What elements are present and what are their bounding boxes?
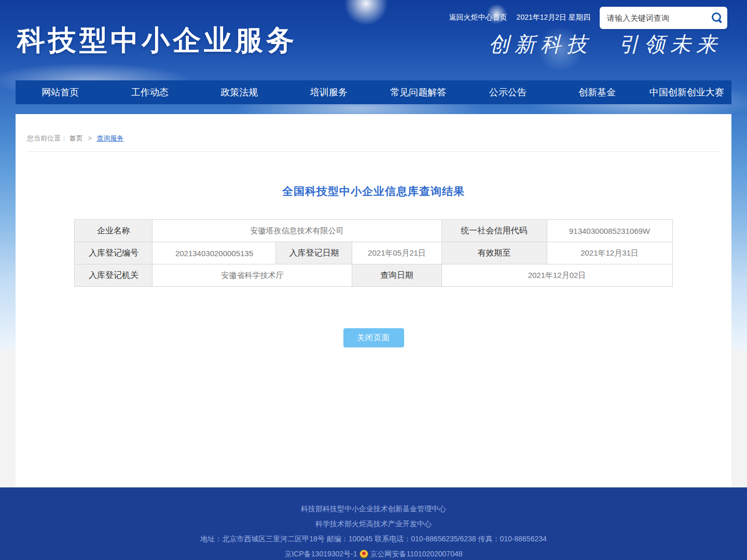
nav-item-home[interactable]: 网站首页: [16, 86, 105, 99]
table-row: 入库登记编号 202134030200005135 入库登记日期 2021年05…: [75, 242, 672, 264]
company-name-label: 企业名称: [75, 220, 153, 242]
breadcrumb-prefix: 您当前位置：: [27, 134, 67, 142]
main-navigation: 网站首页 工作动态 政策法规 培训服务 常见问题解答 公示公告 创新基金 中国创…: [16, 80, 731, 104]
content-card: 您当前位置： 首页 > 查询服务 全国科技型中小企业信息库查询结果 企业名称 安…: [16, 114, 731, 487]
registration-date-value: 2021年05月21日: [352, 242, 441, 264]
header-top-bar: 返回火炬中心首页 2021年12月2日 星期四: [449, 6, 727, 29]
icp-record-link[interactable]: 京ICP备13019302号-1: [284, 548, 357, 559]
table-row: 入库登记机关 安徽省科学技术厅 查询日期 2021年12月02日: [75, 264, 672, 287]
search-icon: [711, 12, 723, 23]
table-row: 企业名称 安徽塔孜信息技术有限公司 统一社会信用代码 9134030008523…: [75, 220, 672, 242]
nav-item-policies[interactable]: 政策法规: [195, 86, 284, 99]
nav-item-announcements[interactable]: 公示公告: [463, 86, 553, 99]
registration-date-label: 入库登记日期: [276, 242, 352, 264]
page-title: 全国科技型中小企业信息库查询结果: [16, 184, 731, 199]
header-date: 2021年12月2日 星期四: [517, 13, 590, 22]
header-slogan: 创新科技 引领未来: [489, 30, 722, 59]
police-badge-icon: [359, 550, 368, 558]
credit-code-label: 统一社会信用代码: [441, 220, 547, 242]
search-button[interactable]: [710, 11, 722, 24]
close-page-button[interactable]: 关闭页面: [343, 328, 404, 347]
page-footer: 科技部科技型中小企业技术创新基金管理中心 科学技术部火炬高技术产业开发中心 地址…: [0, 487, 747, 560]
registration-authority-value: 安徽省科学技术厅: [153, 264, 352, 287]
search-box: [600, 7, 727, 29]
registration-number-value: 202134030200005135: [153, 242, 276, 264]
registration-number-label: 入库登记编号: [75, 242, 153, 264]
security-record-link[interactable]: 京公网安备11010202007048: [370, 548, 463, 559]
valid-until-value: 2021年12月31日: [547, 242, 672, 264]
nav-item-competition[interactable]: 中国创新创业大赛: [642, 86, 732, 99]
footer-address-line: 地址：北京市西城区三里河二区甲18号 邮编：100045 联系电话：010-88…: [200, 533, 547, 544]
nav-item-innovation-fund[interactable]: 创新基金: [552, 86, 642, 99]
breadcrumb-home-link[interactable]: 首页: [70, 134, 83, 142]
site-logo-title: 科技型中小企业服务: [17, 22, 297, 60]
site-header: 科技型中小企业服务 返回火炬中心首页 2021年12月2日 星期四 创新科技 引…: [0, 0, 747, 80]
valid-until-label: 有效期至: [441, 242, 547, 264]
nav-item-faq[interactable]: 常见问题解答: [374, 86, 463, 99]
breadcrumb-current-link[interactable]: 查询服务: [96, 134, 123, 142]
nav-item-training[interactable]: 培训服务: [284, 86, 374, 99]
registration-authority-label: 入库登记机关: [75, 264, 153, 287]
footer-org-line1: 科技部科技型中小企业技术创新基金管理中心: [301, 503, 446, 514]
query-date-label: 查询日期: [352, 264, 441, 287]
credit-code-value: 91340300085231069W: [547, 220, 672, 242]
query-date-value: 2021年12月02日: [441, 264, 672, 287]
breadcrumb-separator: >: [88, 134, 92, 142]
breadcrumb: 您当前位置： 首页 > 查询服务: [27, 114, 720, 152]
torch-center-home-link[interactable]: 返回火炬中心首页: [449, 13, 507, 22]
query-result-table: 企业名称 安徽塔孜信息技术有限公司 统一社会信用代码 9134030008523…: [74, 219, 672, 287]
company-name-value: 安徽塔孜信息技术有限公司: [153, 220, 441, 242]
footer-records-line: 京ICP备13019302号-1 京公网安备11010202007048: [284, 548, 462, 559]
nav-item-work-news[interactable]: 工作动态: [105, 86, 195, 99]
footer-org-line2: 科学技术部火炬高技术产业开发中心: [315, 518, 432, 529]
search-input[interactable]: [607, 13, 710, 22]
